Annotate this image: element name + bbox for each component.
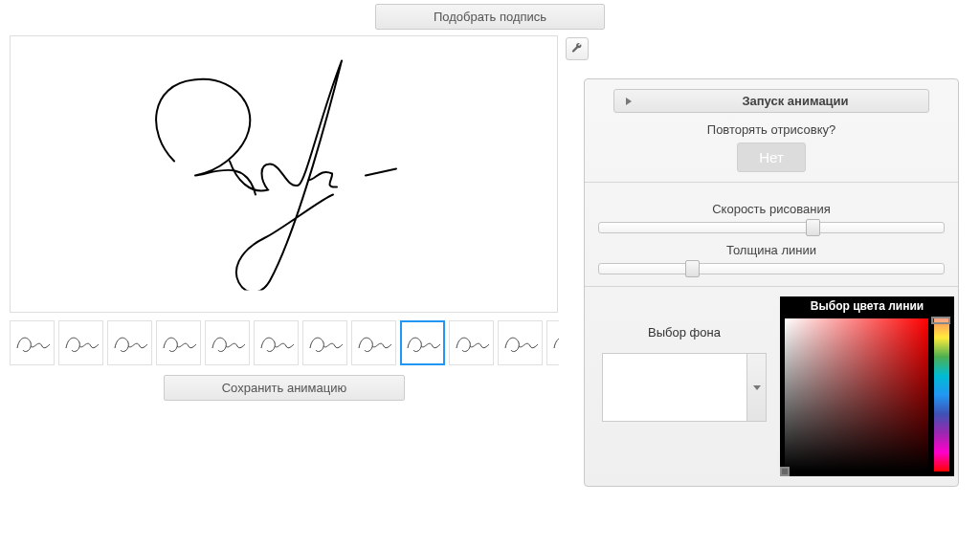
- speed-slider-handle[interactable]: [806, 219, 820, 236]
- signature-thumb[interactable]: [156, 320, 201, 365]
- signature-thumb[interactable]: [546, 320, 559, 365]
- play-icon: [626, 98, 632, 105]
- bg-color-dropdown[interactable]: [746, 354, 766, 421]
- speed-label: Скорость рисования: [598, 202, 945, 216]
- wrench-icon[interactable]: [566, 37, 589, 60]
- suggest-signature-button[interactable]: Подобрать подпись: [375, 4, 605, 30]
- signature-thumb[interactable]: [254, 320, 299, 365]
- signature-thumb[interactable]: [205, 320, 250, 365]
- signature-thumbnails: [10, 320, 559, 365]
- speed-slider[interactable]: [598, 222, 945, 233]
- sv-picker[interactable]: [785, 318, 928, 471]
- line-color-title: Выбор цвета линии: [782, 298, 952, 316]
- thickness-label: Толщина линии: [598, 243, 945, 257]
- sv-picker-handle[interactable]: [780, 467, 790, 476]
- bg-picker-label: Выбор фона: [598, 325, 770, 340]
- signature-thumb[interactable]: [498, 320, 543, 365]
- repeat-toggle-button[interactable]: Нет: [737, 142, 806, 172]
- repeat-label: Повторять отрисовку?: [598, 122, 945, 137]
- settings-panel: Запуск анимации Повторять отрисовку? Нет…: [584, 78, 959, 487]
- signature-thumb[interactable]: [351, 320, 396, 365]
- signature-thumb[interactable]: [449, 320, 494, 365]
- signature-thumb[interactable]: [302, 320, 347, 365]
- hue-slider[interactable]: [934, 318, 949, 471]
- signature-thumb[interactable]: [58, 320, 103, 365]
- thickness-slider-handle[interactable]: [685, 260, 700, 277]
- bg-color-swatch[interactable]: [603, 354, 746, 421]
- run-animation-label: Запуск анимации: [670, 94, 921, 108]
- run-animation-button[interactable]: Запуск анимации: [613, 89, 929, 113]
- signature-thumb[interactable]: [400, 320, 445, 365]
- signature-thumb[interactable]: [107, 320, 152, 365]
- hue-slider-handle[interactable]: [931, 317, 950, 324]
- signature-thumb[interactable]: [10, 320, 55, 365]
- save-animation-button[interactable]: Сохранить анимацию: [164, 375, 406, 401]
- thickness-slider[interactable]: [598, 263, 945, 274]
- signature-canvas[interactable]: [10, 35, 558, 313]
- line-color-picker: Выбор цвета линии: [780, 296, 954, 476]
